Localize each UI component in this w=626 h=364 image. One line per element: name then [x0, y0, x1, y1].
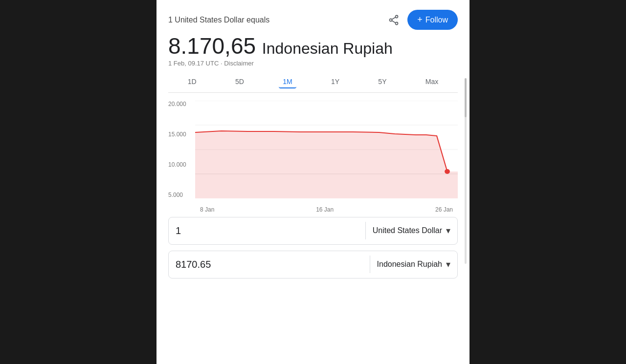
svg-line-4 [392, 21, 396, 23]
svg-point-9 [445, 169, 450, 174]
tab-1y[interactable]: 1Y [327, 76, 343, 88]
converter-to-input[interactable] [169, 251, 370, 278]
converter-from-currency[interactable]: United States Dollar ▾ [366, 217, 457, 244]
y-label-10000: 10.000 [168, 161, 186, 168]
converter-from-currency-label: United States Dollar [373, 226, 442, 235]
follow-plus-icon: + [417, 15, 423, 25]
svg-point-0 [396, 15, 398, 18]
converter-to-currency[interactable]: Indonesian Rupiah ▾ [370, 251, 457, 278]
converter-to-chevron-icon: ▾ [446, 259, 450, 270]
page-outer: 1 United States Dollar equals + Follow [0, 0, 626, 364]
rate-value: 8.170,65 [168, 33, 256, 59]
tab-1m[interactable]: 1M [279, 76, 296, 88]
chart-svg-wrapper [195, 101, 458, 198]
converter-from-input[interactable] [169, 217, 365, 244]
rate-currency: Indonesian Rupiah [262, 40, 393, 57]
header-title: 1 United States Dollar equals [168, 16, 269, 24]
header-actions: + Follow [386, 10, 458, 30]
header-row: 1 United States Dollar equals + Follow [168, 10, 458, 30]
converter-to-box: Indonesian Rupiah ▾ [168, 251, 458, 278]
converter-from-box: United States Dollar ▾ [168, 217, 458, 245]
svg-line-3 [392, 17, 396, 20]
scrollbar-thumb[interactable] [465, 78, 467, 117]
tab-5y[interactable]: 5Y [374, 76, 390, 88]
tab-max[interactable]: Max [422, 76, 442, 88]
x-label-8jan: 8 Jan [200, 206, 214, 213]
left-panel [0, 0, 156, 364]
scrollbar-track[interactable] [465, 78, 467, 264]
tab-1d[interactable]: 1D [184, 76, 201, 88]
share-button[interactable] [386, 12, 402, 28]
x-label-16jan: 16 Jan [316, 206, 334, 213]
svg-point-2 [396, 22, 398, 24]
chart-container: 20.000 15.000 10.000 5.000 [168, 101, 458, 213]
y-label-5000: 5.000 [168, 192, 186, 198]
y-label-20000: 20.000 [168, 101, 186, 107]
follow-button[interactable]: + Follow [407, 10, 458, 30]
follow-label: Follow [425, 16, 448, 24]
svg-point-1 [390, 19, 392, 21]
converter-from-chevron-icon: ▾ [446, 225, 450, 236]
y-label-15000: 15.000 [168, 131, 186, 138]
time-tabs: 1D 5D 1M 1Y 5Y Max [168, 76, 458, 93]
right-panel [470, 0, 626, 364]
converter-to-currency-label: Indonesian Rupiah [377, 260, 442, 269]
main-card: 1 United States Dollar equals + Follow [156, 0, 470, 364]
rate-timestamp: 1 Feb, 09.17 UTC · Disclaimer [168, 60, 458, 67]
chart-y-labels: 20.000 15.000 10.000 5.000 [168, 101, 186, 213]
x-label-26jan: 26 Jan [435, 206, 453, 213]
main-rate: 8.170,65 Indonesian Rupiah [168, 34, 458, 59]
tab-5d[interactable]: 5D [231, 76, 248, 88]
chart-x-labels: 8 Jan 16 Jan 26 Jan [195, 206, 458, 213]
